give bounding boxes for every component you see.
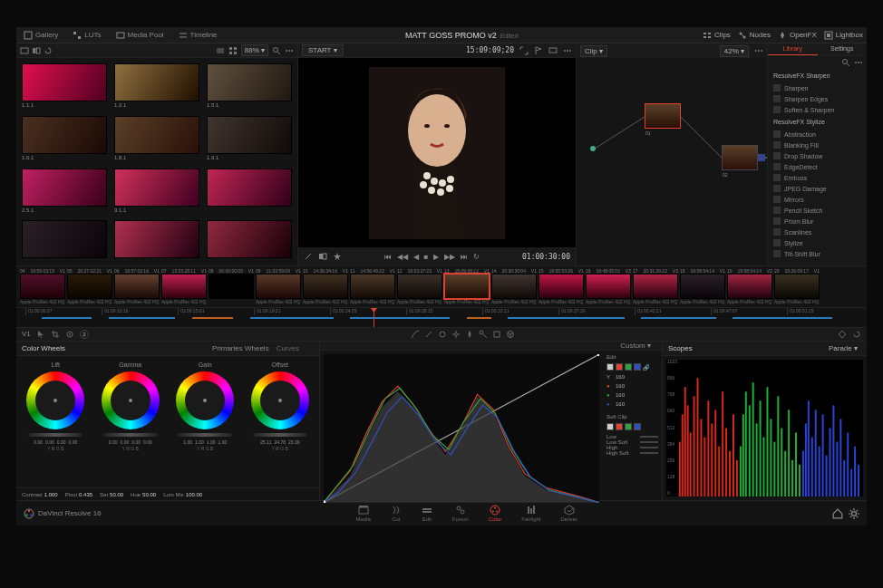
key-tool-icon[interactable] <box>479 330 488 339</box>
library-item[interactable]: Emboss <box>768 172 867 183</box>
sc-b[interactable] <box>634 423 641 430</box>
playhead[interactable] <box>374 308 374 327</box>
library-tab-settings[interactable]: Settings <box>818 43 868 55</box>
curves-tab-label[interactable]: Curves <box>277 344 299 352</box>
clip-thumb[interactable]: 1720:31:29:22V3Apple ProRes 422 HQ <box>633 268 678 305</box>
clip-thumb[interactable]: 1519:55:53:26V1Apple ProRes 422 HQ <box>539 268 584 305</box>
clip-thumb[interactable]: 0419:59:03:15V1Apple ProRes 422 HQ <box>20 268 65 305</box>
chan-r[interactable] <box>616 363 623 371</box>
page-media[interactable]: Media <box>355 505 370 522</box>
reset-tool-icon[interactable] <box>852 330 861 339</box>
clip-thumb[interactable]: 1219:53:27:23V1Apple ProRes 422 HQ <box>397 268 442 305</box>
tab-media-pool[interactable]: Media Pool <box>112 29 168 42</box>
wheel-control[interactable] <box>251 371 309 429</box>
clip-thumb[interactable]: 1819:58:54:14V1Apple ProRes 422 HQ <box>680 268 725 305</box>
scopes-canvas[interactable]: 10238967686405123842561280 <box>666 360 863 496</box>
sc-y[interactable] <box>606 423 614 430</box>
wheel-values[interactable]: 25.1124.7823.39 <box>260 439 300 445</box>
gallery-thumb[interactable]: 1.6.1 <box>22 116 107 161</box>
gallery-thumb[interactable]: 1.8.1 <box>114 116 199 161</box>
wheel-control[interactable] <box>176 371 234 429</box>
qualifier-icon[interactable] <box>304 252 313 261</box>
wheel-slider[interactable] <box>103 433 158 437</box>
library-item[interactable]: Pencil Sketch <box>768 205 867 216</box>
link-icon[interactable]: 🔗 <box>643 364 649 371</box>
node-1[interactable]: 01 <box>645 103 681 129</box>
scopes-mode-select[interactable]: Parade ▾ <box>829 344 858 352</box>
flag-icon[interactable] <box>534 46 543 55</box>
curves-canvas[interactable] <box>324 354 599 503</box>
gallery-thumb[interactable] <box>22 220 107 260</box>
page-cut[interactable]: Cut <box>391 505 402 522</box>
clip-thumb[interactable]: 0800:00:00:00V1 <box>209 268 254 305</box>
clip-thumb[interactable]: 1014:36:34:16V1Apple ProRes 422 HQ <box>303 268 348 305</box>
page-edit[interactable]: Edit <box>422 505 432 522</box>
page-fusion[interactable]: Fusion <box>452 505 469 522</box>
reset-icon[interactable] <box>44 46 53 55</box>
wheel-slider[interactable] <box>253 433 307 437</box>
compare-icon[interactable] <box>32 46 41 55</box>
clip-thumb[interactable]: 1420:30:30:04V1Apple ProRes 422 HQ <box>491 268 537 305</box>
chan-b-val[interactable]: 160 <box>616 401 625 407</box>
library-item[interactable]: EdgeDetect <box>768 161 867 172</box>
goto-start-icon[interactable]: ⏮ <box>384 253 392 261</box>
step-back-icon[interactable]: ◀◀ <box>397 253 408 261</box>
monitor-icon[interactable] <box>548 46 558 55</box>
node-2[interactable]: 02 <box>722 145 758 170</box>
gallery-thumb[interactable]: 3.1.1 <box>114 169 199 214</box>
clip-thumb[interactable]: 2015:26:09:17V1Apple ProRes 422 HQ <box>774 268 820 305</box>
clip-thumb[interactable]: 0520:27:02:21V1Apple ProRes 422 HQ <box>67 268 112 305</box>
expand-icon[interactable] <box>519 46 529 55</box>
stop-icon[interactable]: ■ <box>424 253 429 261</box>
gallery-thumb[interactable]: 1.5.1 <box>207 63 292 109</box>
library-item[interactable]: Blanking Fill <box>768 140 867 150</box>
wheel-slider[interactable] <box>178 433 232 437</box>
btn-nodes[interactable]: Nodes <box>738 31 771 40</box>
more-icon[interactable] <box>854 58 863 67</box>
more-icon[interactable] <box>754 46 763 55</box>
wheel-control[interactable] <box>26 371 84 429</box>
library-item[interactable]: Tilt-Shift Blur <box>768 248 867 259</box>
play-reverse-icon[interactable]: ◀ <box>413 253 419 261</box>
tab-timeline[interactable]: Timeline <box>175 29 221 42</box>
clip-thumb[interactable]: 1315:09:08:12V1Apple ProRes 422 HQ <box>444 268 490 305</box>
chan-y[interactable] <box>606 363 614 371</box>
search-icon[interactable] <box>272 46 281 55</box>
gallery-thumb[interactable] <box>114 220 199 260</box>
highlight-icon[interactable] <box>333 252 342 261</box>
page-fairlight[interactable]: Fairlight <box>521 505 540 522</box>
library-item[interactable]: Abstraction <box>768 129 867 140</box>
wheel-values[interactable]: 1.001.001.001.00 <box>183 439 227 445</box>
chan-y-val[interactable]: 160 <box>616 374 625 380</box>
library-tab-library[interactable]: Library <box>768 43 818 55</box>
settings-icon[interactable] <box>849 508 859 519</box>
param-pivot[interactable]: Pivot0.435 <box>65 492 92 497</box>
wheel-control[interactable] <box>102 371 160 429</box>
goto-end-icon[interactable]: ⏭ <box>461 253 468 261</box>
library-item[interactable]: Prism Blur <box>768 216 867 227</box>
viewer-mode-select[interactable]: START ▾ <box>302 44 344 56</box>
wheel-values[interactable]: 0.000.000.000.00 <box>109 439 152 445</box>
wheel-values[interactable]: 0.000.000.000.00 <box>34 439 77 445</box>
sc-g[interactable] <box>625 423 632 430</box>
mini-timeline[interactable]: 01:00:06:0701:00:10:1601:00:15:0101:00:1… <box>16 307 867 327</box>
sc-r[interactable] <box>616 423 623 430</box>
clip-thumb[interactable]: 0619:57:02:16V1Apple ProRes 422 HQ <box>114 268 160 305</box>
crop-icon[interactable] <box>51 330 60 339</box>
viewer-zoom[interactable]: 42% ▾ <box>720 45 749 57</box>
sizing-tool-icon[interactable] <box>492 330 501 339</box>
node-canvas[interactable]: 01 02 <box>577 58 767 265</box>
chan-g-val[interactable]: 160 <box>616 392 625 398</box>
list-view-icon[interactable] <box>216 46 225 55</box>
home-icon[interactable] <box>832 508 843 519</box>
qualifier-tool-icon[interactable] <box>424 330 433 339</box>
clip-thumb[interactable]: 0713:53:28:11V1Apple ProRes 422 HQ <box>161 268 207 305</box>
node-mode-select[interactable]: Clip ▾ <box>580 45 607 57</box>
grid-view-icon[interactable] <box>228 46 238 55</box>
library-item[interactable]: Stylize <box>768 237 867 248</box>
param-lum-mix[interactable]: Lum Mix100.00 <box>163 492 202 497</box>
curves-mode-select[interactable]: Custom ▾ <box>620 342 651 350</box>
library-item[interactable]: Scanlines <box>768 227 867 237</box>
param-hue[interactable]: Hue50.00 <box>131 492 156 497</box>
gallery-thumb[interactable]: 1.1.1 <box>22 63 107 109</box>
